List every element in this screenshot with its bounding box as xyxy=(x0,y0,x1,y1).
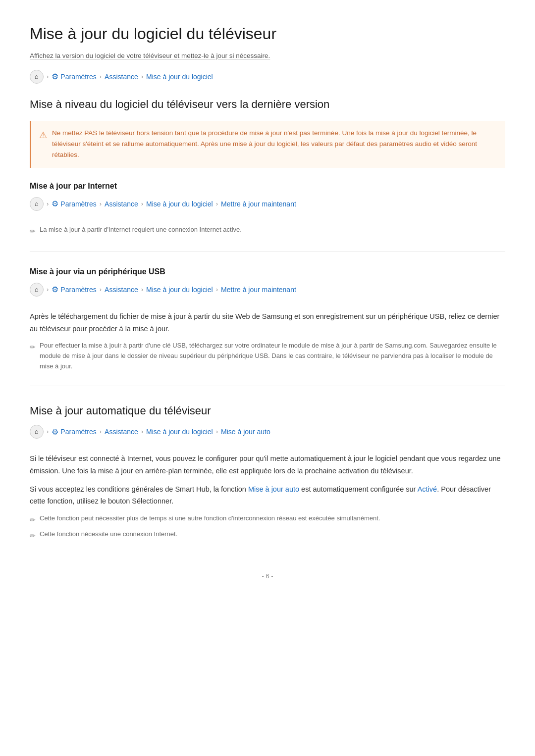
section3-body: Après le téléchargement du fichier de mi… xyxy=(30,310,505,335)
warning-icon: ⚠ xyxy=(39,128,47,143)
gear-icon-2: ⚙ xyxy=(52,198,58,210)
breadcrumb-auto: ⌂ › ⚙ Paramètres › Assistance › Mise à j… xyxy=(30,425,505,439)
breadcrumb-usb: ⌂ › ⚙ Paramètres › Assistance › Mise à j… xyxy=(30,283,505,297)
section2-title: Mise à jour par Internet xyxy=(30,180,505,193)
section1-title: Mise à niveau du logiciel du téléviseur … xyxy=(30,98,505,112)
note-internet: ✏ La mise à jour à partir d'Internet req… xyxy=(30,225,505,237)
warning-text: Ne mettez PAS le téléviseur hors tension… xyxy=(52,128,497,161)
sep-i-4: › xyxy=(216,199,218,209)
note-auto-1: ✏ Cette fonction peut nécessiter plus de… xyxy=(30,513,505,525)
sep-a-2: › xyxy=(100,427,102,437)
breadcrumb-logiciel: Mise à jour du logiciel xyxy=(146,71,213,82)
home-icon-3: ⌂ xyxy=(30,283,44,297)
page-title: Mise à jour du logiciel du téléviseur xyxy=(30,24,505,45)
breadcrumb-action-4: Mise à jour auto xyxy=(221,426,270,437)
breadcrumb-main: ⌂ › ⚙ Paramètres › Assistance › Mise à j… xyxy=(30,70,505,84)
note-auto-text-2: Cette fonction nécessite une connexion I… xyxy=(40,529,177,540)
section3-title: Mise à jour via un périphérique USB xyxy=(30,265,505,278)
breadcrumb-settings-3: ⚙ Paramètres xyxy=(52,283,96,296)
sep-i-1: › xyxy=(47,199,49,209)
home-icon-4: ⌂ xyxy=(30,425,44,439)
sep-a-4: › xyxy=(216,427,218,437)
breadcrumb-sep-2: › xyxy=(100,72,102,82)
pencil-icon-2: ✏ xyxy=(30,342,36,353)
breadcrumb-action-3: Mettre à jour maintenant xyxy=(221,284,296,295)
breadcrumb-logiciel-4: Mise à jour du logiciel xyxy=(146,426,213,437)
section4-body1: Si le téléviseur est connecté à Internet… xyxy=(30,453,505,477)
breadcrumb-sep-1: › xyxy=(47,72,49,82)
section-internet: Mise à jour par Internet ⌂ › ⚙ Paramètre… xyxy=(30,180,505,237)
sep-a-3: › xyxy=(141,427,143,437)
sep-i-3: › xyxy=(141,199,143,209)
breadcrumb-assistance-4: Assistance xyxy=(105,426,138,437)
note-usb-text: Pour effectuer la mise à jouir à partir … xyxy=(40,341,505,371)
pencil-icon-1: ✏ xyxy=(30,226,36,237)
warning-box: ⚠ Ne mettez PAS le téléviseur hors tensi… xyxy=(30,121,505,168)
home-icon-2: ⌂ xyxy=(30,197,44,211)
breadcrumb-logiciel-2: Mise à jour du logiciel xyxy=(146,199,213,209)
divider-2 xyxy=(30,386,505,386)
body2-link: Mise à jour auto xyxy=(248,485,299,493)
breadcrumb-logiciel-3: Mise à jour du logiciel xyxy=(146,284,213,295)
pencil-icon-3: ✏ xyxy=(30,514,36,525)
gear-icon-3: ⚙ xyxy=(52,283,58,296)
sep-u-3: › xyxy=(141,285,143,295)
divider-1 xyxy=(30,251,505,252)
gear-icon: ⚙ xyxy=(52,70,58,83)
page-footer: - 6 - xyxy=(30,571,505,582)
page-subtitle: Affichez la version du logiciel de votre… xyxy=(30,50,505,61)
body2-active: Activé xyxy=(418,485,437,493)
section-upgrade: Mise à niveau du logiciel du téléviseur … xyxy=(30,98,505,167)
body2-part1: Si vous acceptez les conditions générale… xyxy=(30,485,248,493)
note-internet-text: La mise à jour à partir d'Internet requi… xyxy=(40,225,242,235)
sep-i-2: › xyxy=(100,199,102,209)
page-number: - 6 - xyxy=(262,572,273,580)
breadcrumb-assistance: Assistance xyxy=(105,71,138,82)
sep-u-1: › xyxy=(47,285,49,295)
body2-part2: est automatiquement configurée sur xyxy=(299,485,418,493)
sep-a-1: › xyxy=(47,427,49,437)
breadcrumb-sep-3: › xyxy=(141,72,143,82)
section-auto: Mise à jour automatique du téléviseur ⌂ … xyxy=(30,404,505,542)
sep-u-2: › xyxy=(100,285,102,295)
pencil-icon-4: ✏ xyxy=(30,530,36,541)
breadcrumb-assistance-2: Assistance xyxy=(105,199,138,209)
section4-title: Mise à jour automatique du téléviseur xyxy=(30,404,505,418)
breadcrumb-settings-2: ⚙ Paramètres xyxy=(52,198,96,210)
note-auto-2: ✏ Cette fonction nécessite une connexion… xyxy=(30,529,505,541)
section-usb: Mise à jour via un périphérique USB ⌂ › … xyxy=(30,265,505,372)
home-icon: ⌂ xyxy=(30,70,44,84)
breadcrumb-settings: ⚙ Paramètres xyxy=(52,70,96,83)
breadcrumb-internet: ⌂ › ⚙ Paramètres › Assistance › Mise à j… xyxy=(30,197,505,211)
note-auto-text-1: Cette fonction peut nécessiter plus de t… xyxy=(40,513,380,524)
breadcrumb-action-2: Mettre à jour maintenant xyxy=(221,199,296,209)
breadcrumb-assistance-3: Assistance xyxy=(105,284,138,295)
gear-icon-4: ⚙ xyxy=(52,426,58,439)
section4-body2: Si vous acceptez les conditions générale… xyxy=(30,483,505,507)
breadcrumb-settings-4: ⚙ Paramètres xyxy=(52,426,96,439)
note-usb: ✏ Pour effectuer la mise à jouir à parti… xyxy=(30,341,505,371)
sep-u-4: › xyxy=(216,285,218,295)
